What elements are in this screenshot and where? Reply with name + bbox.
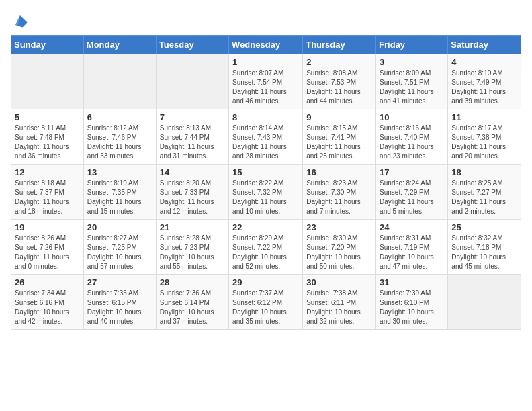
header-monday: Monday (83, 36, 156, 54)
day-info: Sunrise: 8:11 AM Sunset: 7:48 PM Dayligh… (15, 124, 80, 161)
calendar-cell: 14Sunrise: 8:20 AM Sunset: 7:33 PM Dayli… (156, 165, 228, 220)
day-number: 24 (380, 222, 444, 232)
calendar-cell: 5Sunrise: 8:11 AM Sunset: 7:48 PM Daylig… (11, 109, 84, 165)
day-info: Sunrise: 8:07 AM Sunset: 7:54 PM Dayligh… (232, 68, 299, 106)
calendar-cell: 15Sunrise: 8:22 AM Sunset: 7:32 PM Dayli… (229, 165, 303, 220)
day-info: Sunrise: 8:28 AM Sunset: 7:23 PM Dayligh… (160, 234, 225, 271)
day-number: 25 (451, 222, 517, 232)
calendar-cell: 28Sunrise: 7:36 AM Sunset: 6:14 PM Dayli… (156, 275, 228, 330)
day-number: 8 (232, 112, 299, 122)
day-number: 2 (306, 57, 372, 67)
calendar-cell: 7Sunrise: 8:13 AM Sunset: 7:44 PM Daylig… (156, 109, 228, 165)
calendar-header-row: SundayMondayTuesdayWednesdayThursdayFrid… (11, 36, 521, 54)
calendar-cell: 2Sunrise: 8:08 AM Sunset: 7:53 PM Daylig… (303, 54, 376, 109)
day-info: Sunrise: 8:20 AM Sunset: 7:33 PM Dayligh… (160, 179, 225, 216)
calendar-cell: 8Sunrise: 8:14 AM Sunset: 7:43 PM Daylig… (229, 109, 303, 165)
day-info: Sunrise: 8:08 AM Sunset: 7:53 PM Dayligh… (306, 68, 372, 106)
day-number: 16 (306, 167, 372, 177)
day-info: Sunrise: 7:37 AM Sunset: 6:12 PM Dayligh… (232, 289, 299, 326)
calendar-cell (83, 54, 156, 109)
day-info: Sunrise: 7:39 AM Sunset: 6:10 PM Dayligh… (380, 289, 444, 326)
header-tuesday: Tuesday (156, 36, 228, 54)
day-info: Sunrise: 8:18 AM Sunset: 7:37 PM Dayligh… (15, 179, 80, 216)
day-number: 15 (232, 167, 299, 177)
day-number: 7 (160, 112, 225, 122)
day-number: 5 (15, 112, 80, 122)
day-info: Sunrise: 7:36 AM Sunset: 6:14 PM Dayligh… (160, 289, 225, 326)
calendar-cell: 22Sunrise: 8:29 AM Sunset: 7:22 PM Dayli… (229, 220, 303, 275)
day-number: 30 (306, 277, 372, 287)
calendar-cell: 30Sunrise: 7:38 AM Sunset: 6:11 PM Dayli… (303, 275, 376, 330)
day-number: 10 (380, 112, 444, 122)
calendar-cell: 9Sunrise: 8:15 AM Sunset: 7:41 PM Daylig… (303, 109, 376, 165)
calendar-week-3: 12Sunrise: 8:18 AM Sunset: 7:37 PM Dayli… (11, 165, 521, 220)
day-info: Sunrise: 7:35 AM Sunset: 6:15 PM Dayligh… (87, 289, 152, 326)
day-info: Sunrise: 8:25 AM Sunset: 7:27 PM Dayligh… (451, 179, 517, 216)
day-info: Sunrise: 8:17 AM Sunset: 7:38 PM Dayligh… (451, 124, 517, 161)
logo-icon (11, 11, 30, 30)
calendar-cell: 6Sunrise: 8:12 AM Sunset: 7:46 PM Daylig… (83, 109, 156, 165)
day-number: 4 (451, 57, 517, 67)
day-number: 17 (380, 167, 444, 177)
day-number: 28 (160, 277, 225, 287)
calendar-week-2: 5Sunrise: 8:11 AM Sunset: 7:48 PM Daylig… (11, 109, 521, 165)
day-info: Sunrise: 8:31 AM Sunset: 7:19 PM Dayligh… (380, 234, 444, 271)
day-info: Sunrise: 8:32 AM Sunset: 7:18 PM Dayligh… (451, 234, 517, 271)
calendar-cell: 23Sunrise: 8:30 AM Sunset: 7:20 PM Dayli… (303, 220, 376, 275)
day-number: 3 (380, 57, 444, 67)
day-number: 18 (451, 167, 517, 177)
day-number: 14 (160, 167, 225, 177)
calendar-cell (156, 54, 228, 109)
calendar-cell: 4Sunrise: 8:10 AM Sunset: 7:49 PM Daylig… (448, 54, 521, 109)
calendar-cell (11, 54, 84, 109)
day-number: 21 (160, 222, 225, 232)
day-info: Sunrise: 8:30 AM Sunset: 7:20 PM Dayligh… (306, 234, 372, 271)
day-number: 23 (306, 222, 372, 232)
day-info: Sunrise: 8:24 AM Sunset: 7:29 PM Dayligh… (380, 179, 444, 216)
calendar-cell: 1Sunrise: 8:07 AM Sunset: 7:54 PM Daylig… (229, 54, 303, 109)
day-info: Sunrise: 8:14 AM Sunset: 7:43 PM Dayligh… (232, 124, 299, 161)
day-number: 29 (232, 277, 299, 287)
day-number: 22 (232, 222, 299, 232)
day-number: 12 (15, 167, 80, 177)
calendar-cell: 24Sunrise: 8:31 AM Sunset: 7:19 PM Dayli… (376, 220, 448, 275)
calendar-cell: 3Sunrise: 8:09 AM Sunset: 7:51 PM Daylig… (376, 54, 448, 109)
day-number: 13 (87, 167, 152, 177)
header-wednesday: Wednesday (229, 36, 303, 54)
header-sunday: Sunday (11, 36, 84, 54)
day-info: Sunrise: 7:34 AM Sunset: 6:16 PM Dayligh… (15, 289, 80, 326)
day-info: Sunrise: 8:10 AM Sunset: 7:49 PM Dayligh… (451, 68, 517, 106)
day-number: 6 (87, 112, 152, 122)
day-number: 19 (15, 222, 80, 232)
calendar-cell: 26Sunrise: 7:34 AM Sunset: 6:16 PM Dayli… (11, 275, 84, 330)
day-info: Sunrise: 8:12 AM Sunset: 7:46 PM Dayligh… (87, 124, 152, 161)
calendar-cell: 21Sunrise: 8:28 AM Sunset: 7:23 PM Dayli… (156, 220, 228, 275)
calendar-week-5: 26Sunrise: 7:34 AM Sunset: 6:16 PM Dayli… (11, 275, 521, 330)
day-info: Sunrise: 8:29 AM Sunset: 7:22 PM Dayligh… (232, 234, 299, 271)
day-info: Sunrise: 8:22 AM Sunset: 7:32 PM Dayligh… (232, 179, 299, 216)
logo (11, 11, 32, 30)
day-info: Sunrise: 8:23 AM Sunset: 7:30 PM Dayligh… (306, 179, 372, 216)
calendar-week-4: 19Sunrise: 8:26 AM Sunset: 7:26 PM Dayli… (11, 220, 521, 275)
calendar-cell: 10Sunrise: 8:16 AM Sunset: 7:40 PM Dayli… (376, 109, 448, 165)
day-info: Sunrise: 7:38 AM Sunset: 6:11 PM Dayligh… (306, 289, 372, 326)
calendar-cell: 16Sunrise: 8:23 AM Sunset: 7:30 PM Dayli… (303, 165, 376, 220)
calendar-week-1: 1Sunrise: 8:07 AM Sunset: 7:54 PM Daylig… (11, 54, 521, 109)
day-number: 11 (451, 112, 517, 122)
day-number: 31 (380, 277, 444, 287)
page-header (11, 11, 521, 30)
calendar-cell: 27Sunrise: 7:35 AM Sunset: 6:15 PM Dayli… (83, 275, 156, 330)
calendar-cell: 11Sunrise: 8:17 AM Sunset: 7:38 PM Dayli… (448, 109, 521, 165)
day-number: 26 (15, 277, 80, 287)
day-info: Sunrise: 8:19 AM Sunset: 7:35 PM Dayligh… (87, 179, 152, 216)
day-info: Sunrise: 8:09 AM Sunset: 7:51 PM Dayligh… (380, 68, 444, 106)
calendar-cell: 31Sunrise: 7:39 AM Sunset: 6:10 PM Dayli… (376, 275, 448, 330)
day-info: Sunrise: 8:13 AM Sunset: 7:44 PM Dayligh… (160, 124, 225, 161)
calendar-cell: 12Sunrise: 8:18 AM Sunset: 7:37 PM Dayli… (11, 165, 84, 220)
day-number: 9 (306, 112, 372, 122)
calendar-cell: 13Sunrise: 8:19 AM Sunset: 7:35 PM Dayli… (83, 165, 156, 220)
day-number: 20 (87, 222, 152, 232)
calendar-cell: 20Sunrise: 8:27 AM Sunset: 7:25 PM Dayli… (83, 220, 156, 275)
day-info: Sunrise: 8:15 AM Sunset: 7:41 PM Dayligh… (306, 124, 372, 161)
calendar-cell: 17Sunrise: 8:24 AM Sunset: 7:29 PM Dayli… (376, 165, 448, 220)
